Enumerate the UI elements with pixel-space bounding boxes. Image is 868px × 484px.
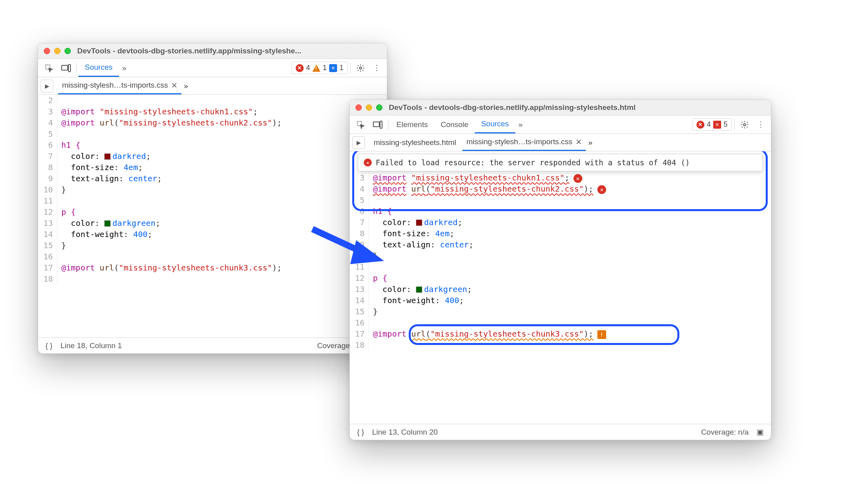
- code-editor[interactable]: ✕ Failed to load resource: the server re…: [350, 151, 771, 424]
- separator: [76, 63, 77, 74]
- navigator-toggle-icon[interactable]: ▶: [41, 80, 53, 92]
- titlebar: DevTools - devtools-dbg-stories.netlify.…: [38, 43, 387, 59]
- svg-rect-2: [68, 65, 70, 72]
- main-toolbar: Sources » ✕4 1 ≡1 ⋮: [38, 59, 387, 77]
- file-tabstrip: ▶ missing-stylesh…ts-imports.css ✕ »: [38, 77, 387, 95]
- device-icon[interactable]: [57, 61, 75, 75]
- inspect-icon[interactable]: [352, 117, 369, 132]
- minimize-dot[interactable]: [366, 104, 372, 111]
- cursor-position: Line 18, Column 1: [60, 341, 122, 350]
- cursor-position: Line 13, Column 20: [372, 428, 438, 437]
- device-icon[interactable]: [369, 118, 386, 132]
- gear-icon[interactable]: [736, 117, 753, 132]
- window-title: DevTools - devtools-dbg-stories.netlify.…: [389, 103, 636, 112]
- overflow-files-icon[interactable]: »: [588, 138, 593, 147]
- overflow-files-icon[interactable]: »: [184, 82, 188, 90]
- zoom-dot[interactable]: [376, 104, 382, 111]
- error-icon: ✕: [696, 121, 704, 129]
- tab-sources[interactable]: Sources: [78, 59, 119, 77]
- show-drawer-icon[interactable]: ▣: [754, 426, 766, 438]
- separator: [388, 119, 388, 130]
- warning-glyph-icon[interactable]: !: [597, 330, 606, 339]
- status-bar: { } Line 18, Column 1 Coverage: n/a ▢: [38, 337, 387, 353]
- devtools-window-left: DevTools - devtools-dbg-stories.netlify.…: [38, 43, 387, 354]
- code-editor[interactable]: 2 3@import "missing-stylesheets-chukn1.c…: [38, 95, 387, 337]
- pretty-print-icon[interactable]: { }: [43, 340, 55, 352]
- issue-badges[interactable]: ✕4 1 ≡1: [291, 62, 348, 74]
- error-tooltip: ✕ Failed to load resource: the server re…: [358, 154, 763, 171]
- tab-sources[interactable]: Sources: [475, 116, 515, 133]
- close-icon[interactable]: ✕: [171, 81, 178, 90]
- tab-console[interactable]: Console: [434, 116, 475, 133]
- navigator-toggle-icon[interactable]: ▶: [352, 136, 365, 149]
- error-glyph-icon[interactable]: ✕: [597, 185, 606, 194]
- inspect-icon[interactable]: [41, 61, 57, 76]
- coverage-status: Coverage: n/a: [701, 428, 749, 437]
- file-tab-html[interactable]: missing-stylesheets.html: [370, 135, 460, 150]
- issues-icon: ≡: [713, 121, 721, 129]
- overflow-tabs-icon[interactable]: »: [515, 117, 526, 132]
- error-icon: ✕: [296, 64, 304, 72]
- titlebar: DevTools - devtools-dbg-stories.netlify.…: [350, 100, 771, 116]
- zoom-dot[interactable]: [64, 48, 71, 54]
- close-dot[interactable]: [44, 48, 50, 54]
- traffic-lights: [44, 48, 71, 54]
- devtools-window-right: DevTools - devtools-dbg-stories.netlify.…: [349, 100, 771, 440]
- separator: [734, 119, 735, 130]
- main-toolbar: Elements Console Sources » ✕4 ≡5 ⋮: [350, 116, 771, 134]
- svg-rect-1: [62, 65, 68, 70]
- color-swatch[interactable]: [104, 220, 111, 227]
- svg-point-7: [743, 123, 746, 126]
- file-tab-imports-css[interactable]: missing-stylesh…ts-imports.css ✕: [58, 78, 181, 94]
- kebab-icon[interactable]: ⋮: [753, 117, 769, 132]
- error-icon: ✕: [364, 159, 372, 167]
- status-bar: { } Line 13, Column 20 Coverage: n/a ▣: [350, 424, 771, 440]
- file-tab-imports-css[interactable]: missing-stylesh…ts-imports.css ✕: [462, 134, 586, 151]
- overflow-tabs-icon[interactable]: »: [119, 61, 130, 76]
- svg-rect-5: [373, 122, 379, 127]
- pretty-print-icon[interactable]: { }: [355, 426, 367, 438]
- tab-elements[interactable]: Elements: [390, 116, 434, 133]
- svg-point-3: [359, 67, 362, 69]
- svg-rect-6: [380, 121, 382, 128]
- minimize-dot[interactable]: [54, 48, 60, 54]
- gear-icon[interactable]: [352, 61, 369, 76]
- window-title: DevTools - devtools-dbg-stories.netlify.…: [77, 47, 301, 55]
- error-glyph-icon[interactable]: ✕: [573, 174, 582, 183]
- info-icon: ≡: [329, 64, 337, 72]
- color-swatch[interactable]: [416, 286, 422, 293]
- close-dot[interactable]: [355, 104, 362, 111]
- separator: [350, 63, 351, 74]
- warning-icon: [312, 65, 320, 72]
- close-icon[interactable]: ✕: [575, 137, 582, 147]
- traffic-lights: [355, 104, 382, 111]
- kebab-icon[interactable]: ⋮: [369, 60, 384, 76]
- color-swatch[interactable]: [416, 219, 422, 226]
- annotation-arrow: [308, 221, 388, 265]
- file-tabstrip: ▶ missing-stylesheets.html missing-style…: [350, 134, 771, 151]
- issue-badges[interactable]: ✕4 ≡5: [692, 118, 732, 131]
- color-swatch[interactable]: [104, 153, 111, 160]
